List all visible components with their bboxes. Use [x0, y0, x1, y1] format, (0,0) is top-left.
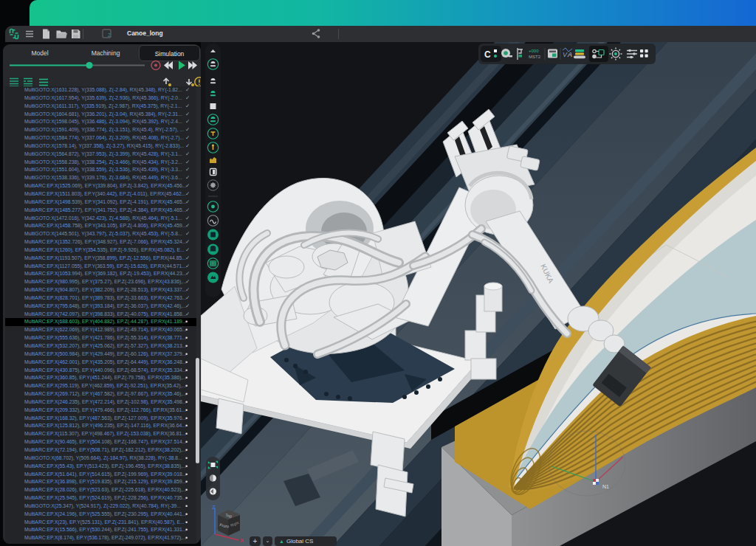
- svg-text:X: X: [240, 537, 244, 543]
- svg-text:C: C: [484, 49, 491, 60]
- svg-text:N1: N1: [602, 484, 609, 489]
- svg-text:MST2: MST2: [529, 55, 541, 59]
- svg-text:A: A: [567, 51, 572, 58]
- svg-text:V: V: [563, 51, 568, 58]
- svg-text:2: 2: [108, 32, 111, 38]
- svg-text:+000: +000: [529, 49, 539, 53]
- svg-text:Z: Z: [212, 504, 216, 511]
